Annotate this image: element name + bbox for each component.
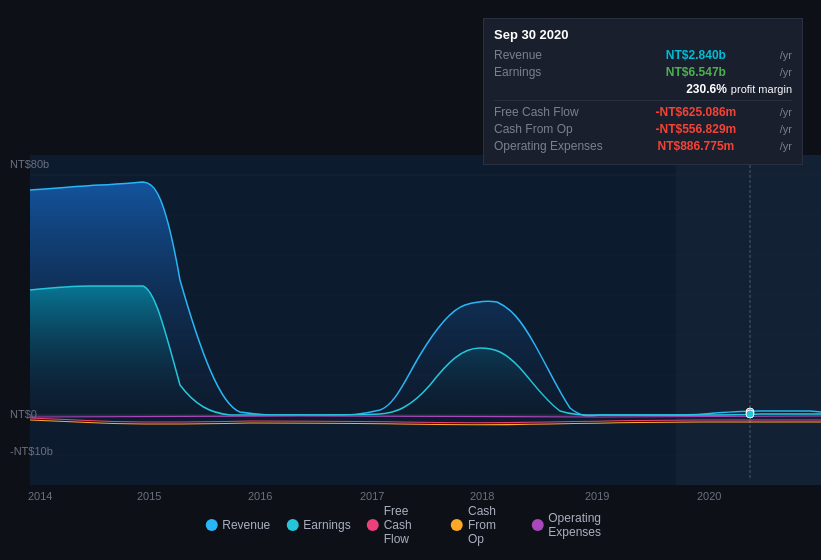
tooltip-cashfromop-value: -NT$556.829m — [656, 122, 737, 136]
tooltip-revenue-value: NT$2.840b — [666, 48, 726, 62]
legend-label-fcf: Free Cash Flow — [384, 504, 435, 546]
tooltip-fcf-unit: /yr — [780, 106, 792, 118]
legend-label-cashfromop: Cash From Op — [468, 504, 515, 546]
tooltip-earnings-label: Earnings — [494, 65, 614, 79]
legend-item-revenue[interactable]: Revenue — [205, 518, 270, 532]
legend-dot-cashfromop — [451, 519, 463, 531]
x-label-2020: 2020 — [697, 490, 721, 502]
tooltip-fcf-label: Free Cash Flow — [494, 105, 614, 119]
tooltip-box: Sep 30 2020 Revenue NT$2.840b /yr Earnin… — [483, 18, 803, 165]
tooltip-opex-value: NT$886.775m — [658, 139, 735, 153]
legend-label-opex: Operating Expenses — [548, 511, 615, 539]
x-label-2017: 2017 — [360, 490, 384, 502]
legend-dot-opex — [531, 519, 543, 531]
tooltip-cashfromop-row: Cash From Op -NT$556.829m /yr — [494, 122, 792, 136]
y-label-neg10b: -NT$10b — [10, 445, 53, 457]
tooltip-profit-margin-row: 230.6%profit margin — [494, 82, 792, 96]
tooltip-fcf-row: Free Cash Flow -NT$625.086m /yr — [494, 105, 792, 119]
tooltip-cashfromop-unit: /yr — [780, 123, 792, 135]
tooltip-earnings-row: Earnings NT$6.547b /yr — [494, 65, 792, 79]
legend-item-earnings[interactable]: Earnings — [286, 518, 350, 532]
tooltip-revenue-label: Revenue — [494, 48, 614, 62]
legend-item-opex[interactable]: Operating Expenses — [531, 511, 615, 539]
legend-label-revenue: Revenue — [222, 518, 270, 532]
legend-dot-earnings — [286, 519, 298, 531]
tooltip-fcf-value: -NT$625.086m — [656, 105, 737, 119]
tooltip-opex-row: Operating Expenses NT$886.775m /yr — [494, 139, 792, 153]
x-label-2015: 2015 — [137, 490, 161, 502]
tooltip-profit-text: profit margin — [731, 83, 792, 95]
legend-dot-revenue — [205, 519, 217, 531]
tooltip-profit-value: 230.6% — [686, 82, 727, 96]
svg-rect-1 — [676, 155, 821, 485]
x-label-2018: 2018 — [470, 490, 494, 502]
legend-item-fcf[interactable]: Free Cash Flow — [367, 504, 435, 546]
legend-label-earnings: Earnings — [303, 518, 350, 532]
x-label-2019: 2019 — [585, 490, 609, 502]
legend: Revenue Earnings Free Cash Flow Cash Fro… — [205, 504, 616, 546]
tooltip-revenue-row: Revenue NT$2.840b /yr — [494, 48, 792, 62]
legend-dot-fcf — [367, 519, 379, 531]
tooltip-earnings-unit: /yr — [780, 66, 792, 78]
tooltip-date: Sep 30 2020 — [494, 27, 792, 42]
tooltip-cashfromop-label: Cash From Op — [494, 122, 614, 136]
legend-item-cashfromop[interactable]: Cash From Op — [451, 504, 515, 546]
tooltip-opex-unit: /yr — [780, 140, 792, 152]
tooltip-earnings-value: NT$6.547b — [666, 65, 726, 79]
svg-point-12 — [746, 410, 754, 418]
y-label-80b: NT$80b — [10, 158, 49, 170]
x-label-2014: 2014 — [28, 490, 52, 502]
y-label-0: NT$0 — [10, 408, 37, 420]
x-label-2016: 2016 — [248, 490, 272, 502]
tooltip-opex-label: Operating Expenses — [494, 139, 614, 153]
tooltip-revenue-unit: /yr — [780, 49, 792, 61]
chart-container: NT$80b NT$0 -NT$10b 2014 2015 2016 2017 … — [0, 0, 821, 560]
